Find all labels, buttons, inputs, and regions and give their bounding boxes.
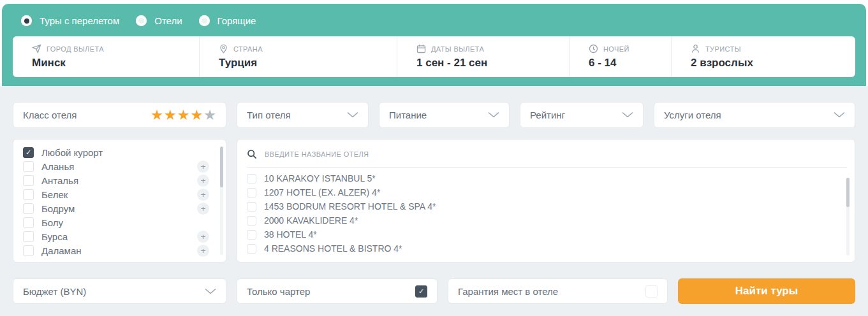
hotel-list-item[interactable]: 1453 BODRUM RESORT HOTEL & SPA 4* bbox=[237, 199, 855, 213]
guarantee-checkbox[interactable] bbox=[645, 285, 658, 298]
hotel-checkbox[interactable] bbox=[247, 230, 256, 240]
departure-city-field[interactable]: ГОРОД ВЫЛЕТА Минск bbox=[13, 36, 200, 77]
resort-label: Даламан bbox=[41, 245, 82, 256]
expand-plus-button[interactable]: + bbox=[197, 175, 209, 187]
resort-list-item[interactable]: Анталья + bbox=[13, 173, 226, 187]
hotel-list-item[interactable]: 1207 HOTEL (EX. ALZER) 4* bbox=[237, 185, 855, 199]
mode-radio-hot[interactable]: Горящие bbox=[199, 15, 256, 26]
hotel-checkbox[interactable] bbox=[247, 216, 256, 226]
resort-checkbox[interactable] bbox=[23, 161, 34, 172]
hotel-class-filter[interactable]: Класс отеля ★★★★★ bbox=[13, 102, 226, 128]
radio-icon bbox=[136, 15, 147, 26]
resort-checkbox[interactable] bbox=[23, 189, 34, 200]
departure-dates-field[interactable]: ДАТЫ ВЫЛЕТА 1 сен - 21 сен bbox=[397, 36, 570, 77]
mode-label: Туры с перелетом bbox=[40, 15, 119, 26]
field-label: СТРАНА bbox=[233, 45, 263, 53]
expand-plus-button[interactable]: + bbox=[197, 189, 209, 201]
search-icon bbox=[247, 149, 257, 159]
guarantee-toggle[interactable]: Гарантия мест в отеле bbox=[448, 278, 668, 304]
chevron-down-icon bbox=[834, 112, 845, 118]
charter-checkbox[interactable] bbox=[415, 285, 427, 298]
expand-plus-button[interactable]: + bbox=[197, 161, 209, 173]
nights-label-row: НОЧЕЙ bbox=[589, 44, 671, 54]
field-label: ДАТЫ ВЫЛЕТА bbox=[431, 45, 484, 53]
hotel-type-dropdown[interactable]: Тип отеля bbox=[237, 102, 369, 128]
field-label: ГОРОД ВЫЛЕТА bbox=[47, 45, 104, 53]
hotel-list-item[interactable]: 10 KARAKOY ISTANBUL 5* bbox=[237, 171, 855, 185]
radio-icon bbox=[21, 15, 32, 26]
hotel-class-label: Класс отеля bbox=[23, 110, 77, 120]
tourists-field[interactable]: ТУРИСТЫ 2 взрослых bbox=[672, 36, 855, 77]
resort-list-panel: Любой курорт + Аланья + Анталья + Белек … bbox=[13, 139, 226, 262]
hotel-name: 4 REASONS HOTEL & BISTRO 4* bbox=[264, 243, 402, 254]
nights-value: 6 - 14 bbox=[589, 57, 671, 69]
mode-radio-hotels[interactable]: Отели bbox=[136, 15, 182, 26]
expand-plus-button[interactable]: + bbox=[197, 245, 209, 257]
resort-checkbox[interactable] bbox=[23, 231, 34, 242]
star-icon[interactable]: ★ bbox=[191, 108, 203, 122]
resort-list-item[interactable]: Белек + bbox=[13, 187, 226, 201]
hotel-services-dropdown[interactable]: Услуги отеля bbox=[654, 102, 855, 128]
field-label: НОЧЕЙ bbox=[603, 45, 629, 53]
expand-plus-button[interactable]: + bbox=[197, 231, 209, 243]
charter-only-toggle[interactable]: Только чартер bbox=[237, 278, 438, 304]
star-rating: ★★★★★ bbox=[151, 108, 216, 122]
search-hero: Туры с перелетом Отели Горящие ГОРОД ВЫЛ… bbox=[2, 4, 866, 86]
country-field[interactable]: СТРАНА Турция bbox=[200, 36, 397, 77]
hotel-checkbox[interactable] bbox=[247, 244, 256, 254]
star-icon[interactable]: ★ bbox=[203, 108, 216, 122]
hotel-list-item[interactable]: 4 REASONS HOTEL & BISTRO 4* bbox=[237, 241, 855, 255]
mode-radio-tours-with-flight[interactable]: Туры с перелетом bbox=[21, 15, 119, 26]
hotel-checkbox[interactable] bbox=[247, 202, 256, 212]
resort-list-item[interactable]: Бурса + bbox=[13, 229, 226, 243]
budget-label: Бюджет (BYN) bbox=[23, 286, 86, 297]
star-icon[interactable]: ★ bbox=[164, 108, 177, 122]
hotel-name: 2000 KAVAKLIDERE 4* bbox=[264, 215, 358, 226]
resort-checkbox[interactable] bbox=[23, 245, 34, 256]
resort-checkbox[interactable] bbox=[23, 217, 34, 228]
budget-dropdown[interactable]: Бюджет (BYN) bbox=[13, 278, 226, 304]
resort-list-item[interactable]: Даламан + bbox=[13, 243, 226, 257]
tourists-icon bbox=[691, 44, 700, 54]
scrollbar-thumb[interactable] bbox=[846, 178, 850, 207]
resort-list-item[interactable]: Бодрум + bbox=[13, 201, 226, 215]
filters-area: Класс отеля ★★★★★ Тип отеля Питание Рейт… bbox=[0, 86, 868, 316]
star-icon[interactable]: ★ bbox=[177, 108, 190, 122]
departure-city-label-row: ГОРОД ВЫЛЕТА bbox=[32, 44, 199, 54]
resort-checkbox[interactable] bbox=[23, 203, 34, 214]
filter-row: Класс отеля ★★★★★ Тип отеля Питание Рейт… bbox=[13, 102, 855, 128]
clock-icon bbox=[589, 44, 598, 54]
scrollbar-thumb[interactable] bbox=[220, 147, 223, 187]
hotel-list-item[interactable]: 38 HOTEL 4* bbox=[237, 227, 855, 241]
hotel-search-row bbox=[237, 140, 855, 167]
search-underline bbox=[247, 167, 847, 168]
chevron-down-icon bbox=[347, 112, 358, 118]
hotel-name: 1207 HOTEL (EX. ALZER) 4* bbox=[264, 187, 380, 198]
dates-label-row: ДАТЫ ВЫЛЕТА bbox=[416, 44, 569, 54]
resort-list-item[interactable]: Любой курорт + bbox=[13, 145, 226, 159]
hotel-list-item[interactable]: 2000 KAVAKLIDERE 4* bbox=[237, 213, 855, 227]
find-tours-button[interactable]: Найти туры bbox=[678, 278, 855, 304]
radio-icon bbox=[199, 15, 210, 26]
chevron-down-icon bbox=[488, 112, 499, 118]
mode-label: Горящие bbox=[217, 15, 256, 26]
hotel-checkbox[interactable] bbox=[247, 174, 256, 183]
dropdown-label: Тип отеля bbox=[247, 110, 291, 120]
meals-dropdown[interactable]: Питание bbox=[379, 102, 510, 128]
tourists-label-row: ТУРИСТЫ bbox=[691, 44, 855, 54]
rating-dropdown[interactable]: Рейтинг bbox=[520, 102, 644, 128]
resort-checkbox[interactable] bbox=[23, 147, 34, 158]
chevron-down-icon bbox=[205, 289, 216, 294]
star-icon[interactable]: ★ bbox=[151, 108, 163, 122]
resort-label: Любой курорт bbox=[41, 147, 103, 158]
nights-field[interactable]: НОЧЕЙ 6 - 14 bbox=[570, 36, 672, 77]
expand-plus-button[interactable]: + bbox=[197, 203, 209, 215]
resort-label: Анталья bbox=[41, 175, 78, 186]
resort-checkbox[interactable] bbox=[23, 175, 34, 186]
hotel-search-input[interactable] bbox=[265, 150, 845, 158]
tourists-value: 2 взрослых bbox=[691, 57, 855, 69]
resort-list-item[interactable]: Аланья + bbox=[13, 159, 226, 173]
bottom-row: Бюджет (BYN) Только чартер Гарантия мест… bbox=[13, 278, 855, 304]
resort-list-item[interactable]: Болу + bbox=[13, 215, 226, 229]
hotel-checkbox[interactable] bbox=[247, 188, 256, 198]
